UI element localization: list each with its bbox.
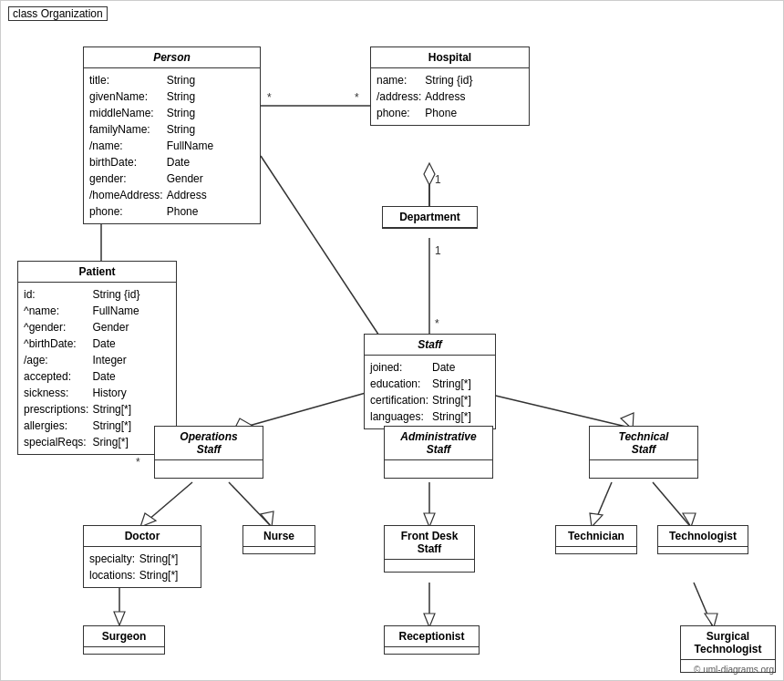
svg-text:*: * xyxy=(355,91,359,104)
svg-line-21 xyxy=(484,393,630,428)
class-front-desk-staff-title: Front Desk Staff xyxy=(385,526,474,560)
class-hospital-attrs: name:String {id} /address:Address phone:… xyxy=(371,68,529,125)
svg-text:*: * xyxy=(435,317,439,330)
class-person: Person title:String givenName:String mid… xyxy=(83,46,261,224)
class-technologist-title: Technologist xyxy=(658,526,748,547)
class-doctor: Doctor specialty:String[*] locations:Str… xyxy=(83,525,201,588)
svg-text:*: * xyxy=(136,456,140,469)
class-surgeon: Surgeon xyxy=(83,625,165,655)
class-receptionist-title: Receptionist xyxy=(385,626,479,647)
svg-marker-34 xyxy=(114,612,125,625)
class-technical-staff-title: Technical Staff xyxy=(590,427,697,460)
class-nurse: Nurse xyxy=(242,525,315,554)
class-technician: Technician xyxy=(555,525,637,554)
class-department: Department xyxy=(382,206,478,229)
svg-marker-8 xyxy=(424,163,435,185)
svg-line-37 xyxy=(694,583,712,625)
svg-line-17 xyxy=(236,393,366,429)
class-person-attrs: title:String givenName:String middleName… xyxy=(84,68,260,223)
svg-line-25 xyxy=(229,482,270,525)
class-operations-staff-title: Operations Staff xyxy=(155,427,263,460)
svg-line-23 xyxy=(142,482,192,525)
class-nurse-title: Nurse xyxy=(243,526,315,547)
class-hospital: Hospital name:String {id} /address:Addre… xyxy=(370,46,530,126)
class-technical-staff: Technical Staff xyxy=(589,426,698,479)
class-staff-attrs: joined:Date education:String[*] certific… xyxy=(365,356,495,428)
svg-line-29 xyxy=(593,482,612,525)
class-patient-title: Patient xyxy=(18,262,176,283)
class-administrative-staff-title: Administrative Staff xyxy=(385,427,492,460)
class-staff-title: Staff xyxy=(365,335,495,356)
class-hospital-title: Hospital xyxy=(371,47,529,68)
svg-text:*: * xyxy=(267,91,272,104)
class-operations-staff: Operations Staff xyxy=(154,426,263,479)
class-surgeon-title: Surgeon xyxy=(84,626,164,647)
class-receptionist: Receptionist xyxy=(384,625,480,655)
class-department-title: Department xyxy=(383,207,477,228)
diagram-container: class Organization * * 1 xyxy=(0,0,784,681)
class-surgical-technologist-title: Surgical Technologist xyxy=(681,626,775,660)
class-person-title: Person xyxy=(84,47,260,68)
svg-text:1: 1 xyxy=(435,173,441,186)
class-doctor-attrs: specialty:String[*] locations:String[*] xyxy=(84,547,201,587)
svg-line-15 xyxy=(261,156,393,356)
class-technologist: Technologist xyxy=(657,525,748,554)
class-doctor-title: Doctor xyxy=(84,526,201,547)
class-patient: Patient id:String {id} ^name:FullName ^g… xyxy=(17,261,177,455)
class-staff: Staff joined:Date education:String[*] ce… xyxy=(364,334,496,429)
svg-text:1: 1 xyxy=(435,244,441,257)
diagram-title: class Organization xyxy=(8,6,108,21)
class-technician-title: Technician xyxy=(556,526,636,547)
class-patient-attrs: id:String {id} ^name:FullName ^gender:Ge… xyxy=(18,283,176,454)
copyright-text: © uml-diagrams.org xyxy=(694,665,774,675)
class-front-desk-staff: Front Desk Staff xyxy=(384,525,475,573)
class-administrative-staff: Administrative Staff xyxy=(384,426,493,479)
svg-line-31 xyxy=(653,482,689,525)
